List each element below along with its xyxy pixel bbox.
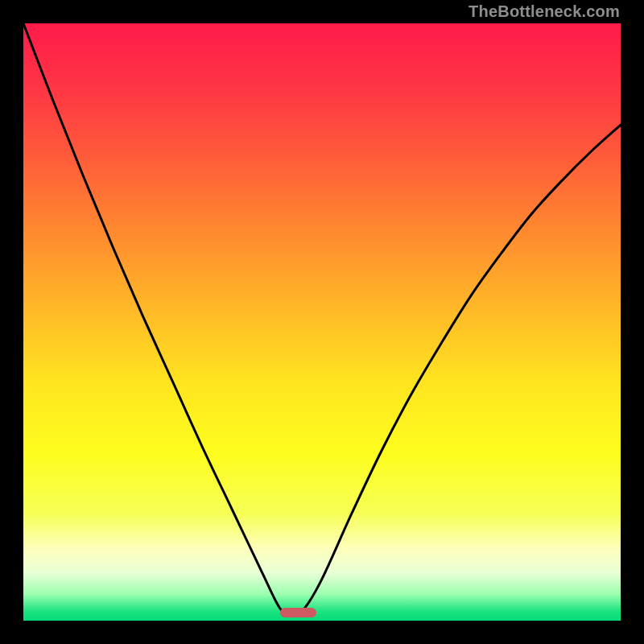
- bottleneck-curve: [23, 23, 621, 621]
- optimal-marker: [280, 608, 316, 617]
- plot-area: [23, 23, 621, 621]
- chart-frame: TheBottleneck.com: [0, 0, 644, 644]
- watermark-text: TheBottleneck.com: [469, 2, 620, 21]
